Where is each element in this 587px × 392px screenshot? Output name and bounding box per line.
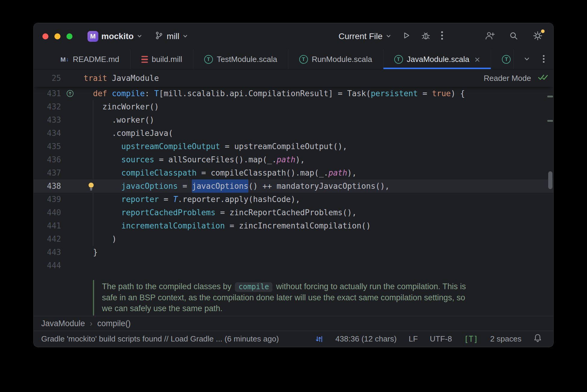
vcs-branch-widget[interactable]: mill: [155, 31, 188, 42]
line-number: 443: [34, 246, 61, 259]
code-line-434[interactable]: 434 .compileJava(: [34, 127, 553, 140]
code-area[interactable]: 431 def compile: T[mill.scalalib.api.Com…: [34, 87, 553, 272]
status-message[interactable]: Gradle 'mockito' build scripts found // …: [41, 334, 279, 344]
ide-window: M mockito mill Current File: [34, 23, 553, 347]
code-line-431[interactable]: 431 def compile: T[mill.scalalib.api.Com…: [34, 87, 553, 100]
tab-JavaModule.scala[interactable]: TJavaModule.scala×: [383, 50, 491, 69]
tab-RunModule.scala[interactable]: TRunModule.scala: [288, 50, 383, 69]
doc-line: The path to the compiled classes by comp…: [102, 281, 553, 292]
run-cluster: Current File: [339, 31, 443, 42]
code-text: reporter = T.reporter.apply(hashCode),: [74, 193, 300, 206]
tab-options-button[interactable]: [542, 54, 545, 65]
sticky-line-number: 25: [34, 74, 61, 83]
breadcrumb-item[interactable]: compile(): [97, 319, 131, 328]
search-everywhere-button[interactable]: [509, 31, 518, 42]
selected-text: javacOptions: [192, 179, 248, 193]
tab-README.md[interactable]: M↓README.md: [50, 50, 131, 69]
code-text: sources = allSourceFiles().map(_.path),: [74, 153, 305, 166]
close-window-button[interactable]: [42, 33, 48, 39]
close-icon[interactable]: ×: [475, 55, 480, 64]
zoom-window-button[interactable]: [66, 33, 72, 39]
gutter-space: [61, 259, 74, 272]
tab-clipped[interactable]: T: [491, 50, 513, 69]
notifications-button[interactable]: [533, 333, 542, 345]
code-line-438[interactable]: 438 javacOptions = javacOptions() ++ man…: [34, 179, 553, 193]
line-number: 440: [34, 206, 61, 219]
line-number: 432: [34, 100, 61, 113]
line-number: 433: [34, 113, 61, 127]
editor[interactable]: 431 def compile: T[mill.scalalib.api.Com…: [34, 87, 553, 316]
git-branch-icon: [155, 31, 164, 42]
code-line-432[interactable]: 432 zincWorker(): [34, 100, 553, 113]
code-text: def compile: T[mill.scalalib.api.Compila…: [74, 87, 465, 100]
statusbar-widgets: 438:36 (12 chars) LF UTF-8 [T] 2 spaces: [314, 333, 542, 345]
scala-trait-icon: T: [299, 55, 308, 64]
line-number: 435: [34, 140, 61, 153]
gutter-space: [61, 179, 74, 193]
indent-widget[interactable]: 2 spaces: [490, 334, 521, 344]
code-text: incrementalCompilation = zincIncremental…: [74, 219, 371, 232]
run-button[interactable]: [402, 31, 411, 42]
code-line-436[interactable]: 436 sources = allSourceFiles().map(_.pat…: [34, 153, 553, 166]
code-line-435[interactable]: 435 upstreamCompileOutput = upstreamComp…: [34, 140, 553, 153]
settings-button[interactable]: [532, 30, 543, 42]
error-stripe-mark[interactable]: [547, 96, 553, 97]
statusbar: Gradle 'mockito' build scripts found // …: [34, 331, 553, 347]
more-actions-button[interactable]: [441, 31, 443, 42]
hidden-tabs-button[interactable]: [523, 55, 530, 64]
debug-button[interactable]: [421, 31, 431, 42]
line-number: 442: [34, 232, 61, 246]
code-text: compileClasspath = compileClasspath().ma…: [74, 166, 357, 179]
line-number: 438: [34, 179, 61, 193]
code-text: .worker(): [74, 113, 154, 127]
chevron-down-icon: [386, 32, 392, 41]
play-icon: [402, 31, 411, 42]
gutter-space: [61, 206, 74, 219]
code-line-442[interactable]: 442 ): [34, 232, 553, 246]
tab-build.mill[interactable]: build.mill: [131, 50, 193, 69]
code-with-me-button[interactable]: [485, 31, 495, 42]
settings-notification-dot: [541, 29, 545, 33]
sticky-context-line[interactable]: 25 trait JavaModule Reader Mode: [34, 69, 553, 87]
line-separator-widget[interactable]: LF: [409, 334, 418, 344]
line-number: 437: [34, 166, 61, 179]
doc-comment: The path to the compiled classes by comp…: [34, 281, 553, 314]
code-line-437[interactable]: 437 compileClasspath = compileClasspath(…: [34, 166, 553, 179]
run-configuration-selector[interactable]: Current File: [339, 32, 392, 41]
code-line-441[interactable]: 441 incrementalCompilation = zincIncreme…: [34, 219, 553, 232]
branch-name: mill: [167, 32, 179, 41]
minimize-window-button[interactable]: [54, 33, 60, 39]
caret-sync-icon[interactable]: [314, 335, 323, 344]
tab-label: TestModule.scala: [217, 55, 277, 64]
project-widget[interactable]: M mockito: [88, 31, 143, 42]
code-line-443[interactable]: 443 }: [34, 246, 553, 259]
t-indicator-widget[interactable]: [T]: [464, 335, 478, 344]
line-number: 431: [34, 87, 61, 100]
code-line-439[interactable]: 439 reporter = T.reporter.apply(hashCode…: [34, 193, 553, 206]
breadcrumb-separator: ›: [90, 319, 93, 328]
code-text: reportCachedProblems = zincReportCachedP…: [74, 206, 357, 219]
code-line-433[interactable]: 433 .worker(): [34, 113, 553, 127]
breadcrumb-item[interactable]: JavaModule: [41, 319, 85, 328]
encoding-widget[interactable]: UTF-8: [430, 334, 452, 344]
bell-icon: [533, 333, 542, 345]
editor-scrollbar[interactable]: [548, 171, 552, 189]
breadcrumb: JavaModule›compile(): [34, 316, 553, 331]
scala-trait-icon: T: [394, 55, 403, 64]
reader-mode-widget[interactable]: Reader Mode: [484, 73, 553, 83]
code-line-440[interactable]: 440 reportCachedProblems = zincReportCac…: [34, 206, 553, 219]
tab-TestModule.scala[interactable]: TTestModule.scala: [193, 50, 288, 69]
kebab-menu-icon: [441, 31, 443, 42]
error-stripe-mark[interactable]: [547, 120, 553, 122]
tab-label: README.md: [73, 55, 119, 64]
search-icon: [509, 31, 518, 42]
gutter-space: [61, 193, 74, 206]
implementing-member-icon[interactable]: [61, 87, 74, 100]
code-line-444[interactable]: 444: [34, 259, 553, 272]
code-text: upstreamCompileOutput = upstreamCompileO…: [74, 140, 347, 153]
titlebar-icons: [485, 30, 544, 42]
project-name: mockito: [101, 32, 134, 41]
double-check-icon[interactable]: [538, 73, 549, 83]
caret-position-widget[interactable]: 438:36 (12 chars): [335, 334, 397, 344]
mill-file-icon: [141, 55, 148, 64]
